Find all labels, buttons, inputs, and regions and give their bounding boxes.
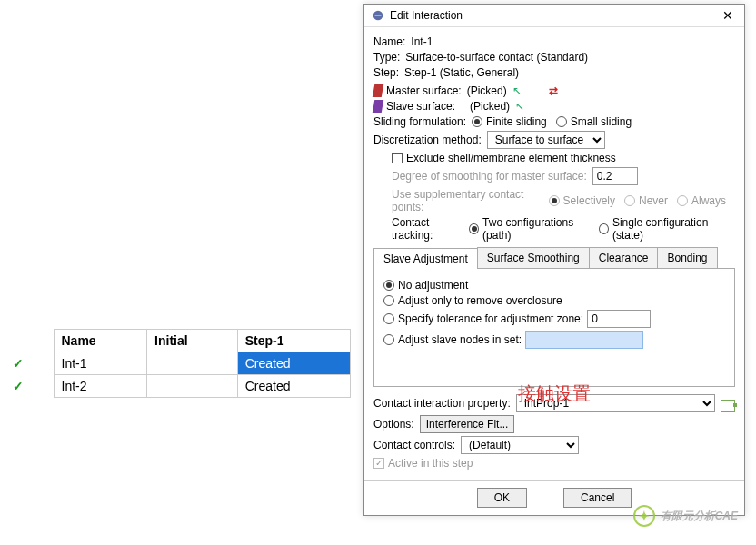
discretization-label: Discretization method: <box>373 134 482 146</box>
watermark: ✦ 有限元分析CAE <box>633 505 738 527</box>
master-label: Master surface: <box>386 84 462 97</box>
app-icon <box>372 9 384 22</box>
create-property-icon[interactable] <box>721 400 735 412</box>
controls-label: Contact controls: <box>373 439 455 451</box>
master-flag-icon <box>373 84 383 97</box>
slave-flag-icon <box>373 100 383 113</box>
radio-never: Never <box>624 194 668 207</box>
radio-remove-overclosure[interactable]: Adjust only to remove overclosure <box>383 294 725 307</box>
radio-always: Always <box>677 194 726 207</box>
ok-button[interactable]: OK <box>477 488 527 508</box>
check-icon: ✓ <box>5 352 22 374</box>
tracking-label: Contact tracking: <box>392 216 463 242</box>
interference-fit-button[interactable]: Interference Fit... <box>420 415 515 433</box>
radio-selectively: Selectively <box>549 194 615 207</box>
pick-slave-icon[interactable]: ↖ <box>515 100 524 113</box>
table-row[interactable]: ✓ Int-2 Created <box>5 375 351 398</box>
name-label: Name: <box>373 35 405 48</box>
col-initial[interactable]: Initial <box>147 330 238 352</box>
cancel-button[interactable]: Cancel <box>563 488 632 508</box>
radio-no-adjustment[interactable]: No adjustment <box>383 279 725 292</box>
radio-single-config[interactable]: Single configuration (state) <box>599 216 726 242</box>
supplementary-label: Use supplementary contact points: <box>392 188 543 213</box>
adjust-set-combo[interactable] <box>525 331 643 349</box>
smoothing-input <box>592 167 638 185</box>
sliding-label: Sliding formulation: <box>373 115 466 128</box>
interactions-table: Name Initial Step-1 ✓ Int-1 Created ✓ In… <box>5 329 351 398</box>
smoothing-label: Degree of smoothing for master surface: <box>392 170 587 183</box>
type-label: Type: <box>373 51 400 64</box>
tab-slave-adjustment[interactable]: Slave Adjustment <box>373 248 478 269</box>
tab-surface-smoothing[interactable]: Surface Smoothing <box>477 247 590 268</box>
pick-master-icon[interactable]: ↖ <box>512 84 522 97</box>
tab-clearance[interactable]: Clearance <box>589 247 659 268</box>
tabs: Slave Adjustment Surface Smoothing Clear… <box>373 247 735 269</box>
discretization-select[interactable]: Surface to surface <box>487 131 605 149</box>
edit-interaction-dialog: Edit Interaction ✕ Name:Int-1 Type:Surfa… <box>363 4 745 516</box>
active-checkbox: Active in this step <box>373 457 472 470</box>
dialog-title: Edit Interaction <box>390 9 719 22</box>
swap-surfaces-icon[interactable]: ⇄ <box>549 84 558 97</box>
name-value: Int-1 <box>411 35 433 48</box>
step-value: Step-1 (Static, General) <box>404 66 519 79</box>
col-step1[interactable]: Step-1 <box>237 330 350 352</box>
radio-small-sliding[interactable]: Small sliding <box>556 115 632 128</box>
radio-two-config[interactable]: Two configurations (path) <box>469 216 590 242</box>
table-row[interactable]: ✓ Int-1 Created <box>5 352 351 375</box>
property-label: Contact interaction property: <box>373 397 511 410</box>
close-icon[interactable]: ✕ <box>719 8 737 23</box>
check-icon: ✓ <box>5 375 22 397</box>
watermark-logo-icon: ✦ <box>633 505 655 527</box>
slave-value: (Picked) <box>470 100 510 113</box>
radio-adjust-set[interactable]: Adjust slave nodes in set: <box>383 331 725 349</box>
tab-bonding[interactable]: Bonding <box>657 247 717 268</box>
radio-specify-tolerance[interactable]: Specify tolerance for adjustment zone: <box>383 310 725 328</box>
options-label: Options: <box>373 418 414 431</box>
tolerance-input[interactable] <box>587 310 651 328</box>
col-name[interactable]: Name <box>54 330 147 352</box>
master-value: (Picked) <box>467 84 507 97</box>
exclude-shell-checkbox[interactable]: Exclude shell/membrane element thickness <box>392 152 616 164</box>
radio-finite-sliding[interactable]: Finite sliding <box>472 115 547 128</box>
type-value: Surface-to-surface contact (Standard) <box>405 51 588 64</box>
slave-label: Slave surface: <box>386 100 455 113</box>
annotation-text: 接触设置 <box>518 382 591 406</box>
controls-select[interactable]: (Default) <box>461 436 579 454</box>
step-label: Step: <box>373 66 399 79</box>
